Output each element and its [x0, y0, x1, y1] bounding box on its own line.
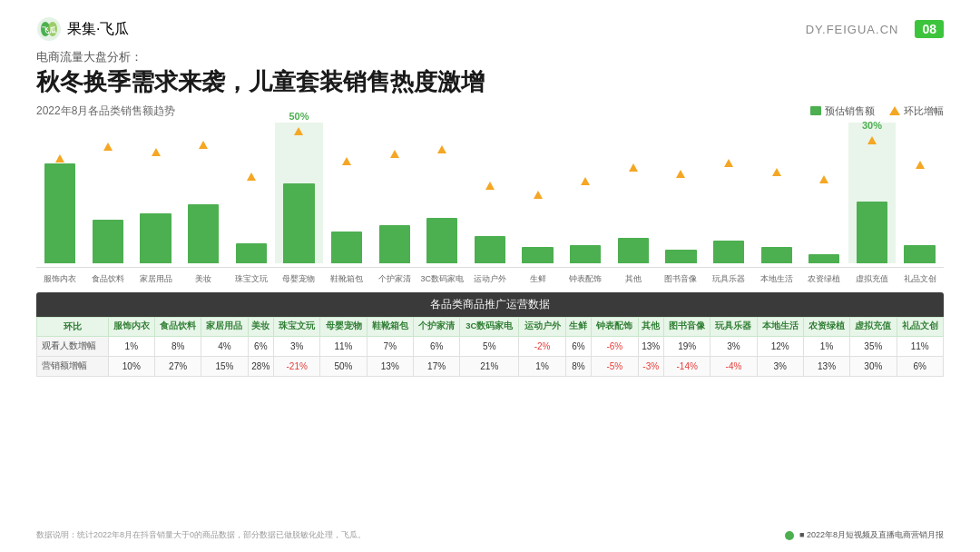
table-cell: 21%: [460, 356, 519, 376]
table-header-cell: 图书音像: [664, 317, 710, 336]
page-number: 08: [915, 20, 944, 38]
table-row: 观看人数增幅1%8%4%6%3%11%7%6%5%-2%6%-6%13%19%3…: [37, 336, 944, 356]
bar-group: [180, 123, 228, 263]
table-cell: 30%: [850, 356, 897, 376]
bar-group: [466, 123, 514, 263]
table-header-cell: 母婴宠物: [320, 317, 367, 336]
table-header-cell: 3C数码家电: [460, 317, 519, 336]
table-header-cell: 其他: [638, 317, 664, 336]
table-cell: 28%: [248, 356, 274, 376]
table-cell: 5%: [460, 336, 519, 356]
table-row-label: 观看人数增幅: [37, 336, 109, 356]
table-cell: -4%: [710, 356, 757, 376]
table-cell: 6%: [413, 336, 459, 356]
bar-group: [562, 123, 610, 263]
table-header-cell: 家居用品: [201, 317, 248, 336]
page-container: 飞瓜 果集·飞瓜 DY.FEIGUA.CN 08 电商流量大盘分析： 秋冬换季需…: [0, 0, 980, 552]
table-cell: 11%: [897, 336, 944, 356]
bar-chart: 50%30%: [36, 123, 944, 268]
bar: [236, 243, 267, 263]
footer-brand-icon: [785, 531, 794, 540]
table-header-cell: 礼品文创: [897, 317, 944, 336]
table-cell: 15%: [201, 356, 248, 376]
triangle-marker: [819, 175, 828, 183]
bar-group: [610, 123, 658, 263]
bar-group: [84, 123, 132, 263]
bar: [283, 183, 314, 263]
triangle-marker: [676, 170, 685, 178]
triangle-marker: [55, 154, 64, 163]
bar: [570, 245, 601, 263]
bar-group: [132, 123, 180, 263]
bar-group: [370, 123, 418, 263]
x-axis-label: 家居用品: [132, 273, 180, 285]
triangle-marker: [437, 145, 446, 153]
x-axis-label: 个护家清: [370, 273, 418, 285]
triangle-marker: [867, 136, 877, 144]
logo-text: 果集·飞瓜: [67, 20, 129, 39]
logo: 飞瓜 果集·飞瓜: [36, 16, 129, 42]
table-cell: 11%: [320, 336, 367, 356]
x-axis-labels: 服饰内衣食品饮料家居用品美妆珠宝文玩母婴宠物鞋靴箱包个护家清3C数码家电运动户外…: [36, 270, 944, 285]
footer-note: 数据说明：统计2022年8月在抖音销量大于0的商品数据，部分数据已做脱敏化处理，…: [36, 529, 366, 541]
bar: [904, 245, 935, 263]
bar: [93, 220, 123, 263]
bar: [665, 250, 696, 263]
table-header-cell: 美妆: [248, 317, 274, 336]
legend-sales: 预估销售额: [810, 104, 875, 118]
table-cell: 1%: [519, 356, 565, 376]
header: 飞瓜 果集·飞瓜 DY.FEIGUA.CN 08: [36, 16, 944, 42]
triangle-marker: [772, 168, 781, 176]
x-axis-label: 服饰内衣: [36, 273, 84, 285]
table-header-cell: 运动户外: [519, 317, 565, 336]
triangle-marker: [294, 127, 303, 135]
x-axis-label: 生鲜: [514, 273, 562, 285]
table-header-cell: 虚拟充值: [850, 317, 897, 336]
svg-text:飞瓜: 飞瓜: [42, 25, 57, 34]
x-axis-label: 礼品文创: [896, 273, 944, 285]
bar: [140, 213, 171, 263]
main-title: 秋冬换季需求来袭，儿童套装销售热度激增: [36, 67, 944, 98]
bar: [522, 247, 553, 263]
table-cell: 8%: [565, 356, 592, 376]
bar: [618, 238, 649, 263]
table-row-label: 营销额增幅: [37, 356, 109, 376]
bar: [761, 247, 792, 263]
bar-label-top: 30%: [862, 120, 882, 131]
x-axis-label: 3C数码家电: [418, 273, 466, 285]
table-header-cell: 农资绿植: [803, 317, 849, 336]
table-cell: 12%: [757, 336, 803, 356]
table-header-cell: 生鲜: [565, 317, 592, 336]
chart-header: 2022年8月各品类销售额趋势 预估销售额 环比增幅: [36, 104, 944, 119]
logo-icon: 飞瓜: [36, 16, 62, 42]
triangle-marker: [103, 143, 113, 151]
table-cell: 3%: [274, 336, 320, 356]
x-axis-label: 图书音像: [657, 273, 705, 285]
table-cell: 17%: [413, 356, 459, 376]
table-cell: 35%: [850, 336, 897, 356]
table-row: 营销额增幅10%27%15%28%-21%50%13%17%21%1%8%-5%…: [37, 356, 944, 376]
bar-group: [514, 123, 562, 263]
triangle-marker: [629, 163, 638, 172]
bar: [808, 254, 839, 263]
table-cell: 7%: [367, 336, 413, 356]
table-cell: -21%: [274, 356, 320, 376]
bar: [426, 218, 457, 263]
bar-group: 50%: [275, 123, 323, 263]
bar-label-top: 50%: [289, 111, 309, 122]
bar-group: [228, 123, 276, 263]
table-header-cell: 本地生活: [757, 317, 803, 336]
bar: [379, 225, 410, 263]
bar-group: 30%: [848, 123, 897, 263]
bar: [857, 202, 887, 263]
x-axis-label: 其他: [610, 273, 658, 285]
table-cell: 50%: [320, 356, 367, 376]
bar: [331, 232, 362, 263]
table-header-cell: 鞋靴箱包: [367, 317, 413, 336]
header-right: DY.FEIGUA.CN 08: [806, 20, 944, 38]
site-url: DY.FEIGUA.CN: [806, 23, 899, 36]
bar-group: [752, 123, 800, 263]
x-axis-label: 农资绿植: [800, 273, 848, 285]
table-header-cell: 珠宝文玩: [274, 317, 320, 336]
bar-group: [896, 123, 944, 263]
